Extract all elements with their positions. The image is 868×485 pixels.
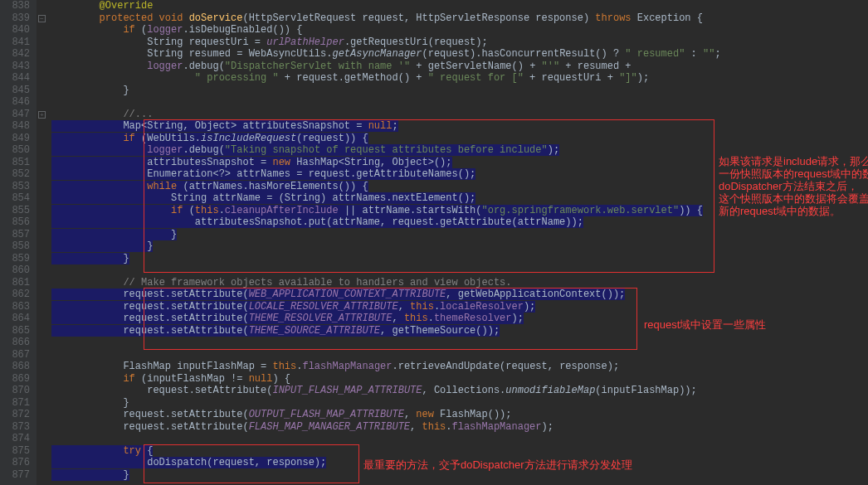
code-line[interactable]: } — [51, 240, 868, 253]
code-line[interactable]: } — [51, 397, 868, 410]
code-line[interactable]: if (logger.isDebugEnabled()) { — [51, 24, 868, 36]
code-line[interactable]: } — [51, 229, 868, 241]
line-number: 869 — [0, 373, 30, 386]
code-line[interactable]: String requestUri = urlPathHelper.getReq… — [51, 36, 868, 49]
line-number: 859 — [0, 253, 30, 265]
line-number: 850 — [0, 144, 30, 157]
code-line[interactable]: if (WebUtils.isIncludeRequest(request)) … — [51, 133, 868, 145]
code-line[interactable] — [51, 96, 868, 109]
code-line[interactable]: attributesSnapshot.put(attrName, request… — [51, 216, 868, 229]
code-line[interactable] — [51, 264, 868, 277]
annotation-text: 最重要的方法，交予doDispatcher方法进行请求分发处理 — [363, 458, 632, 471]
code-line[interactable]: if (inputFlashMap != null) { — [51, 373, 868, 386]
line-number: 867 — [0, 349, 30, 361]
code-line[interactable]: try { — [51, 445, 868, 458]
code-line[interactable]: request.setAttribute(INPUT_FLASH_MAP_ATT… — [51, 385, 868, 397]
code-line[interactable]: logger.debug("DispatcherServlet with nam… — [51, 61, 868, 73]
line-number: 855 — [0, 205, 30, 217]
line-number: 862 — [0, 289, 30, 301]
line-number: 842 — [0, 48, 30, 61]
line-number: 858 — [0, 240, 30, 253]
line-number: 840 — [0, 24, 30, 36]
line-number: 874 — [0, 433, 30, 445]
code-line[interactable]: @Override — [51, 0, 868, 12]
line-number: 841 — [0, 36, 30, 49]
line-number: 845 — [0, 85, 30, 97]
line-number: 861 — [0, 277, 30, 289]
line-number: 849 — [0, 133, 30, 145]
code-line[interactable]: request.setAttribute(OUTPUT_FLASH_MAP_AT… — [51, 409, 868, 421]
fold-column: +− — [37, 0, 48, 485]
line-number: 847 — [0, 109, 30, 121]
code-line[interactable]: Map<String, Object> attributesSnapshot =… — [51, 120, 868, 133]
code-line[interactable]: String resumed = WebAsyncUtils.getAsyncM… — [51, 48, 868, 61]
line-number: 838 — [0, 0, 30, 12]
line-number: 857 — [0, 229, 30, 241]
code-line[interactable]: request.setAttribute(FLASH_MAP_MANAGER_A… — [51, 421, 868, 434]
line-number: 846 — [0, 96, 30, 109]
line-number: 865 — [0, 325, 30, 337]
code-line[interactable]: request.setAttribute(WEB_APPLICATION_CON… — [51, 289, 868, 301]
code-line[interactable]: } — [51, 85, 868, 97]
annotation-text: request域中设置一些属性 — [644, 318, 766, 331]
line-number: 843 — [0, 61, 30, 73]
code-editor[interactable]: 8388398408418428438448458468478488498508… — [0, 0, 868, 485]
line-number: 866 — [0, 337, 30, 349]
code-line[interactable]: protected void doService(HttpServletRequ… — [51, 12, 868, 25]
line-number: 860 — [0, 264, 30, 277]
line-number: 864 — [0, 313, 30, 325]
line-number: 839 — [0, 12, 30, 25]
fold-marker[interactable]: + — [38, 111, 46, 119]
code-line[interactable] — [51, 337, 868, 349]
line-number: 863 — [0, 301, 30, 313]
code-line[interactable]: //... — [51, 109, 868, 121]
line-number: 856 — [0, 216, 30, 229]
line-number: 852 — [0, 168, 30, 181]
code-area[interactable]: @Override protected void doService(HttpS… — [48, 0, 868, 485]
code-line[interactable]: } — [51, 253, 868, 265]
code-line[interactable] — [51, 349, 868, 361]
line-number: 844 — [0, 72, 30, 85]
code-line[interactable]: request.setAttribute(LOCALE_RESOLVER_ATT… — [51, 301, 868, 313]
line-number: 872 — [0, 409, 30, 421]
line-number: 870 — [0, 385, 30, 397]
line-number: 853 — [0, 181, 30, 193]
code-line[interactable]: FlashMap inputFlashMap = this.flashMapMa… — [51, 361, 868, 373]
line-number: 854 — [0, 192, 30, 205]
code-line[interactable] — [51, 433, 868, 445]
line-number: 876 — [0, 457, 30, 469]
line-number: 871 — [0, 397, 30, 410]
line-number: 851 — [0, 157, 30, 169]
line-number: 848 — [0, 120, 30, 133]
line-number: 868 — [0, 361, 30, 373]
line-number: 875 — [0, 445, 30, 458]
line-number: 873 — [0, 421, 30, 434]
code-line[interactable]: " processing " + request.getMethod() + "… — [51, 72, 868, 85]
fold-marker[interactable]: − — [38, 15, 46, 22]
annotation-text: 如果该请求是include请求，那么保存 一份快照版本的request域中的数据… — [719, 155, 868, 217]
code-line[interactable]: // Make framework objects available to h… — [51, 277, 868, 289]
line-number-gutter: 8388398408418428438448458468478488498508… — [0, 0, 37, 485]
line-number: 877 — [0, 469, 30, 482]
